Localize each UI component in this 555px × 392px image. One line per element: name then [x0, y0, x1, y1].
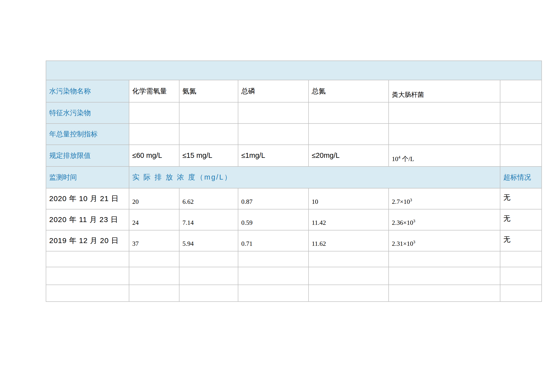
- empty-row: [46, 267, 542, 285]
- table-top-band-row: [46, 61, 542, 80]
- value-tp: 0.71: [238, 230, 309, 251]
- pollutant-fecal: 粪大肠杆菌: [389, 80, 500, 102]
- value-nh3n: 5.94: [179, 230, 238, 251]
- value-fecal: 2.7×103: [389, 188, 500, 209]
- value-cod: 37: [129, 230, 179, 251]
- empty-cell: [238, 267, 309, 285]
- limit-tp: ≤1mg/L: [238, 145, 309, 166]
- pollutant-nh3n: 氨氮: [179, 80, 238, 102]
- row-label-monitor-time: 监测时间: [46, 166, 129, 188]
- row-label-characteristic: 特征水污染物: [46, 102, 129, 124]
- empty-cell: [179, 102, 238, 124]
- empty-cell: [129, 102, 179, 124]
- top-band-cell: [46, 61, 542, 80]
- empty-cell: [238, 124, 309, 145]
- pollutant-tp: 总磷: [238, 80, 309, 102]
- table-row: 2019 年 12 月 20 日 37 5.94 0.71 11.62 2.31…: [46, 230, 542, 251]
- limit-fecal: 104 个/L: [389, 145, 500, 166]
- empty-cell: [179, 251, 238, 267]
- empty-cell: [500, 145, 542, 166]
- pollutant-cod: 化学需氧量: [129, 80, 179, 102]
- empty-cell: [500, 267, 542, 285]
- empty-cell: [179, 285, 238, 302]
- limit-cod: ≤60 mg/L: [129, 145, 179, 166]
- value-fecal: 2.31×103: [389, 230, 500, 251]
- empty-cell: [389, 251, 500, 267]
- monitor-date: 2020 年 10 月 21 日: [46, 188, 129, 209]
- empty-cell: [389, 267, 500, 285]
- monitor-date: 2020 年 11 月 23 日: [46, 209, 129, 230]
- empty-cell: [309, 124, 389, 145]
- empty-cell: [500, 124, 542, 145]
- empty-cell: [179, 267, 238, 285]
- empty-row: [46, 285, 542, 302]
- value-tn: 11.62: [309, 230, 389, 251]
- empty-cell: [238, 102, 309, 124]
- empty-cell: [389, 102, 500, 124]
- characteristic-row: 特征水污染物: [46, 102, 542, 124]
- empty-cell: [309, 285, 389, 302]
- empty-cell: [389, 124, 500, 145]
- value-tn: 11.42: [309, 209, 389, 230]
- empty-cell: [238, 285, 309, 302]
- value-cod: 24: [129, 209, 179, 230]
- value-tp: 0.59: [238, 209, 309, 230]
- empty-cell: [500, 285, 542, 302]
- monitor-header-row: 监测时间 实 际 排 放 浓 度（mg/L） 超标情况: [46, 166, 542, 188]
- empty-cell: [500, 80, 542, 102]
- value-nh3n: 7.14: [179, 209, 238, 230]
- empty-cell: [46, 285, 129, 302]
- pollutant-name-row: 水污染物名称 化学需氧量 氨氮 总磷 总氮 粪大肠杆菌: [46, 80, 542, 102]
- empty-cell: [309, 267, 389, 285]
- table-row: 2020 年 11 月 23 日 24 7.14 0.59 11.42 2.36…: [46, 209, 542, 230]
- actual-concentration-header: 实 际 排 放 浓 度（mg/L）: [129, 166, 500, 188]
- row-label-annual-total: 年总量控制指标: [46, 124, 129, 145]
- pollutant-tn: 总氮: [309, 80, 389, 102]
- pollutant-monitoring-table: 水污染物名称 化学需氧量 氨氮 总磷 总氮 粪大肠杆菌 特征水污染物 年总量控制…: [46, 61, 542, 302]
- value-tp: 0.87: [238, 188, 309, 209]
- fecal-value-exponent: 3: [413, 219, 415, 223]
- empty-row: [46, 251, 542, 267]
- exceed-status-header: 超标情况: [500, 166, 542, 188]
- exceed-status: 无: [500, 209, 542, 230]
- monitor-date: 2019 年 12 月 20 日: [46, 230, 129, 251]
- empty-cell: [309, 251, 389, 267]
- limit-row: 规定排放限值 ≤60 mg/L ≤15 mg/L ≤1mg/L ≤20mg/L …: [46, 145, 542, 166]
- empty-cell: [46, 267, 129, 285]
- empty-cell: [179, 124, 238, 145]
- value-nh3n: 6.62: [179, 188, 238, 209]
- limit-tn: ≤20mg/L: [309, 145, 389, 166]
- row-label-pollutant-name: 水污染物名称: [46, 80, 129, 102]
- exceed-status: 无: [500, 188, 542, 209]
- empty-cell: [389, 285, 500, 302]
- empty-cell: [129, 251, 179, 267]
- value-tn: 10: [309, 188, 389, 209]
- fecal-value-exponent: 3: [413, 240, 415, 244]
- empty-cell: [500, 102, 542, 124]
- empty-cell: [129, 267, 179, 285]
- empty-cell: [238, 251, 309, 267]
- value-cod: 20: [129, 188, 179, 209]
- annual-total-row: 年总量控制指标: [46, 124, 542, 145]
- empty-cell: [309, 102, 389, 124]
- table-row: 2020 年 10 月 21 日 20 6.62 0.87 10 2.7×103…: [46, 188, 542, 209]
- fecal-limit-exponent: 4: [398, 155, 400, 160]
- limit-nh3n: ≤15 mg/L: [179, 145, 238, 166]
- fecal-value-exponent: 3: [410, 198, 412, 202]
- value-fecal: 2.36×103: [389, 209, 500, 230]
- empty-cell: [46, 251, 129, 267]
- empty-cell: [129, 285, 179, 302]
- empty-cell: [129, 124, 179, 145]
- exceed-status: 无: [500, 230, 542, 251]
- empty-cell: [500, 251, 542, 267]
- row-label-limit: 规定排放限值: [46, 145, 129, 166]
